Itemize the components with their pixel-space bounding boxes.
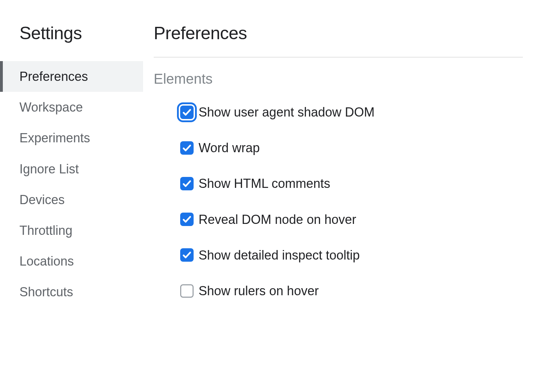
sidebar-item-devices[interactable]: Devices (0, 184, 143, 215)
sidebar-item-label: Locations (19, 254, 74, 268)
sidebar-item-experiments[interactable]: Experiments (0, 123, 143, 153)
sidebar-item-label: Preferences (19, 69, 88, 84)
sidebar-item-label: Experiments (19, 131, 90, 145)
page-title: Preferences (154, 23, 523, 43)
sidebar-item-workspace[interactable]: Workspace (0, 92, 143, 123)
sidebar-item-label: Devices (19, 192, 65, 207)
option-row[interactable]: Show HTML comments (180, 176, 523, 191)
checkbox[interactable] (180, 213, 194, 226)
option-row[interactable]: Show detailed inspect tooltip (180, 248, 523, 263)
sidebar-item-label: Workspace (19, 100, 83, 114)
option-row[interactable]: Word wrap (180, 140, 523, 155)
checkbox[interactable] (180, 248, 194, 262)
option-label: Show rulers on hover (199, 283, 319, 298)
sidebar-item-label: Ignore List (19, 162, 79, 176)
sidebar-nav: PreferencesWorkspaceExperimentsIgnore Li… (0, 61, 143, 308)
checkmark-icon (182, 179, 192, 189)
option-row[interactable]: Show user agent shadow DOM (180, 105, 523, 120)
option-label: Show HTML comments (199, 176, 330, 191)
settings-sidebar: Settings PreferencesWorkspaceExperiments… (0, 0, 143, 392)
option-row[interactable]: Reveal DOM node on hover (180, 212, 523, 227)
sidebar-item-shortcuts[interactable]: Shortcuts (0, 277, 143, 307)
checkmark-icon (182, 250, 192, 260)
option-label: Word wrap (199, 140, 260, 155)
checkbox[interactable] (180, 284, 194, 298)
sidebar-item-ignore-list[interactable]: Ignore List (0, 154, 143, 184)
sidebar-item-locations[interactable]: Locations (0, 246, 143, 277)
sidebar-title: Settings (0, 23, 143, 43)
checkbox[interactable] (180, 141, 194, 155)
main-content: Preferences Elements Show user agent sha… (143, 0, 537, 392)
checkmark-icon (182, 107, 192, 117)
sidebar-item-throttling[interactable]: Throttling (0, 215, 143, 246)
checkbox[interactable] (180, 106, 194, 119)
sidebar-item-label: Shortcuts (19, 285, 73, 299)
checkbox[interactable] (180, 177, 194, 190)
checkmark-icon (182, 214, 192, 224)
option-label: Show detailed inspect tooltip (199, 248, 360, 263)
section-title: Elements (154, 71, 523, 87)
option-row[interactable]: Show rulers on hover (180, 283, 523, 298)
options-list: Show user agent shadow DOMWord wrapShow … (154, 105, 523, 298)
sidebar-item-label: Throttling (19, 223, 72, 238)
checkmark-icon (182, 143, 192, 153)
option-label: Reveal DOM node on hover (199, 212, 356, 227)
divider (154, 57, 523, 58)
option-label: Show user agent shadow DOM (199, 105, 374, 120)
sidebar-item-preferences[interactable]: Preferences (0, 61, 143, 92)
